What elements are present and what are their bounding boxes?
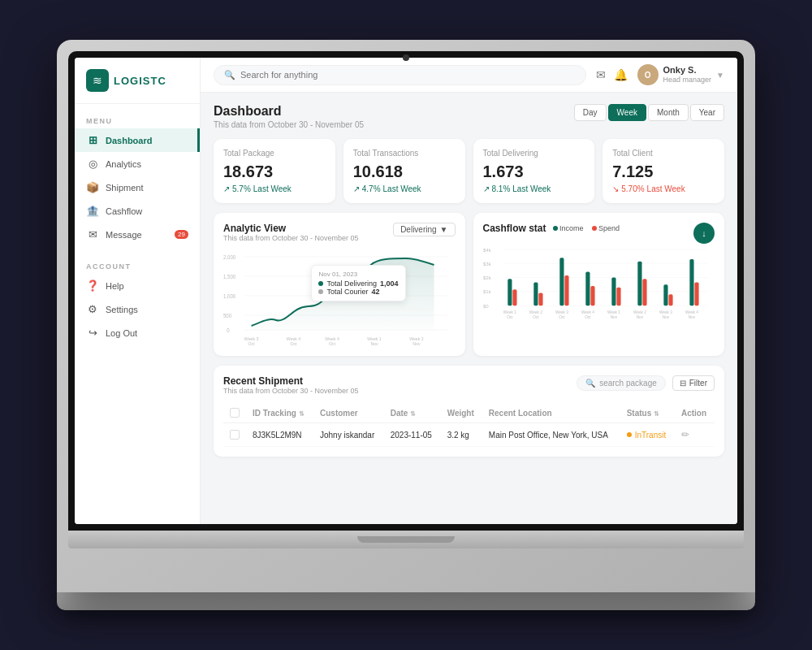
line-chart: Nov 01, 2023 Total Delivering 1,004 — [223, 249, 456, 346]
search-pkg-placeholder: search package — [599, 379, 657, 388]
analytic-view-card: Analytic View This data from October 30 … — [214, 213, 465, 356]
stat-change: ↘ 5.70% Last Week — [612, 184, 715, 193]
row-id: 8J3K5L2M9N — [246, 423, 313, 447]
svg-text:Oct: Oct — [533, 315, 539, 319]
chart-title-area: Analytic View This data from October 30 … — [223, 223, 359, 242]
header: 🔍 ✉ 🔔 O Onky S. — [201, 58, 737, 93]
edit-icon[interactable]: ✏ — [681, 429, 689, 440]
page-content: Dashboard This data from October 30 - No… — [201, 93, 737, 524]
courier-dot — [318, 289, 323, 294]
search-bar[interactable]: 🔍 — [214, 65, 586, 85]
stat-change: ↗ 4.7% Last Week — [353, 184, 456, 193]
stat-value: 1.673 — [483, 162, 585, 181]
svg-rect-42 — [663, 284, 667, 306]
shipment-icon: 📦 — [86, 181, 99, 193]
help-icon: ❓ — [86, 280, 99, 292]
cashflow-title: Cashflow stat — [483, 223, 546, 234]
chart-subtitle: This data from October 30 - November 05 — [223, 234, 359, 242]
logo-icon: ≋ — [86, 69, 109, 92]
cashflow-legend: Income Spend — [553, 224, 620, 232]
sidebar-item-help[interactable]: ❓ Help — [75, 274, 200, 297]
svg-text:Oct: Oct — [507, 315, 513, 319]
search-icon: 🔍 — [224, 70, 235, 80]
filter-button[interactable]: ⊟ Filter — [672, 375, 715, 391]
stat-value: 7.125 — [612, 162, 715, 181]
sidebar-logo: ≋ LOGISTC — [75, 69, 200, 104]
cashflow-icon: 🏦 — [86, 205, 99, 217]
svg-rect-41 — [642, 279, 646, 306]
time-btn-week[interactable]: Week — [608, 104, 646, 121]
stat-label: Total Package — [223, 149, 326, 158]
sidebar-item-settings[interactable]: ⚙ Settings — [75, 297, 200, 321]
page-subtitle: This data from October 30 - November 05 — [214, 120, 364, 129]
tooltip-delivering: Total Delivering 1,004 — [318, 280, 398, 288]
svg-rect-37 — [590, 286, 594, 306]
stat-period: Last Week — [383, 184, 421, 193]
account-section-label: ACCOUNT — [75, 256, 200, 274]
page-header: Dashboard This data from October 30 - No… — [214, 104, 724, 129]
col-id: ID Tracking ⇅ — [246, 403, 313, 423]
svg-rect-35 — [564, 275, 568, 306]
cashflow-action-btn[interactable]: ↓ — [693, 223, 715, 244]
col-location: Recent Location — [482, 403, 620, 423]
sidebar-item-label: Log Out — [106, 328, 137, 338]
svg-rect-36 — [585, 272, 590, 306]
trend-down-icon: ↘ — [612, 184, 619, 193]
sort-date-icon[interactable]: ⇅ — [410, 410, 416, 418]
svg-rect-39 — [616, 288, 620, 306]
svg-text:$3k: $3k — [483, 262, 492, 266]
chart-tooltip: Nov 01, 2023 Total Delivering 1,004 — [311, 265, 405, 301]
sidebar-item-dashboard[interactable]: ⊞ Dashboard — [75, 128, 200, 152]
user-details: Onky S. Head manager — [663, 64, 712, 85]
trend-up-icon: ↗ — [483, 184, 490, 193]
user-info[interactable]: O Onky S. Head manager ▼ — [637, 64, 724, 85]
svg-text:Nov: Nov — [412, 341, 420, 346]
bar-chart: $4k $3k $2k $1k $0 — [483, 244, 715, 341]
laptop-bottom — [57, 592, 755, 610]
stat-label: Total Delivering — [483, 149, 585, 158]
time-btn-month[interactable]: Month — [648, 104, 689, 121]
mail-icon[interactable]: ✉ — [596, 68, 606, 81]
status-badge: InTransit — [627, 431, 667, 440]
search-package[interactable]: 🔍 search package — [577, 375, 666, 391]
svg-text:Nov: Nov — [636, 315, 643, 319]
svg-text:Week 2: Week 2 — [633, 311, 646, 315]
stat-change-pct: 5.70% — [621, 184, 644, 193]
stat-period: Last Week — [253, 184, 292, 193]
stat-change: ↗ 5.7% Last Week — [223, 184, 326, 193]
laptop-hinge — [357, 536, 455, 543]
sidebar-item-analytics[interactable]: ◎ Analytics — [75, 152, 200, 176]
svg-text:$0: $0 — [483, 304, 489, 309]
message-icon: ✉ — [86, 228, 99, 240]
sidebar-item-logout[interactable]: ↪ Log Out — [75, 321, 200, 344]
svg-rect-43 — [668, 294, 672, 306]
sidebar-item-label: Settings — [106, 305, 138, 314]
cashflow-header: Cashflow stat Income Spend ↓ — [483, 223, 715, 244]
stat-change: ↗ 8.1% Last Week — [483, 184, 585, 193]
stat-period: Last Week — [647, 184, 685, 193]
bar-chart-svg: $4k $3k $2k $1k $0 — [483, 244, 715, 328]
col-date: Date ⇅ — [384, 403, 441, 423]
time-btn-day[interactable]: Day — [574, 104, 607, 121]
svg-text:1,000: 1,000 — [223, 293, 235, 299]
select-all-checkbox[interactable] — [230, 408, 240, 418]
filter-icon: ⊟ — [680, 379, 686, 388]
sidebar-item-cashflow[interactable]: 🏦 Cashflow — [75, 199, 200, 223]
sidebar-item-shipment[interactable]: 📦 Shipment — [75, 176, 200, 199]
bell-icon[interactable]: 🔔 — [614, 68, 628, 81]
svg-rect-32 — [533, 283, 538, 306]
time-btn-year[interactable]: Year — [690, 104, 724, 121]
delivering-filter[interactable]: Delivering ▼ — [393, 223, 455, 236]
user-role: Head manager — [663, 76, 712, 85]
sidebar-item-label: Analytics — [106, 159, 141, 169]
sidebar-item-message[interactable]: ✉ Message 29 — [75, 223, 200, 246]
svg-text:Nov: Nov — [662, 315, 669, 319]
sort-id-icon[interactable]: ⇅ — [299, 410, 304, 418]
menu-section-label: MENU — [75, 110, 200, 128]
row-weight: 3.2 kg — [441, 423, 482, 447]
sort-status-icon[interactable]: ⇅ — [654, 410, 659, 418]
row-checkbox[interactable] — [230, 430, 240, 440]
tooltip-courier: Total Courier 42 — [318, 288, 398, 296]
search-input[interactable] — [240, 70, 576, 80]
svg-rect-45 — [694, 283, 698, 306]
